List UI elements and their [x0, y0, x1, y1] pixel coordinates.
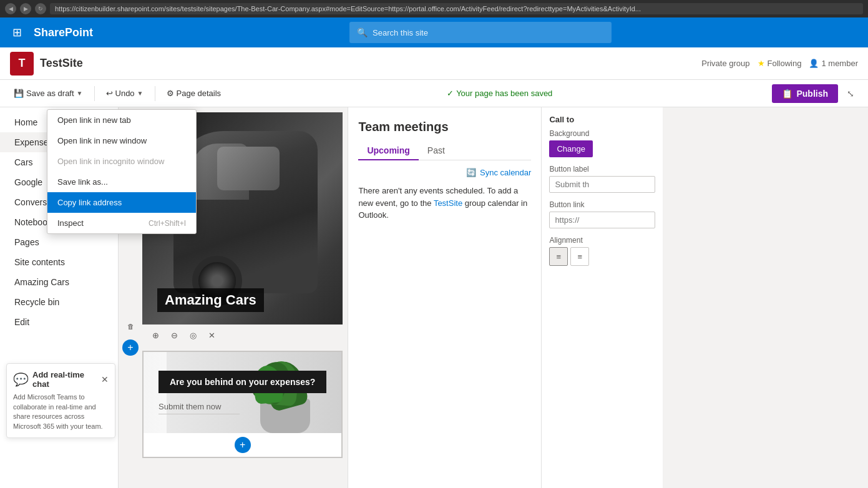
- cta-panel-title: Call to: [549, 115, 655, 124]
- add-row-btn[interactable]: +: [144, 433, 341, 457]
- page-details-button[interactable]: ⚙ Page details: [160, 85, 228, 102]
- nav-pages[interactable]: Pages: [0, 232, 118, 252]
- teams-icon: 💬: [13, 372, 29, 387]
- save-chevron[interactable]: ▼: [77, 90, 83, 97]
- sync-calendar-btn[interactable]: 🔄 Sync calendar: [358, 168, 531, 177]
- no-events-message: There aren't any events scheduled. To ad…: [358, 185, 531, 222]
- context-open-incognito: Open link in incognito window: [47, 151, 196, 172]
- site-meta: Private group ★ Following 👤 1 member: [701, 59, 858, 68]
- team-meetings-panel: Team meetings Upcoming Past 🔄 Sync calen…: [348, 107, 541, 488]
- testsite-link[interactable]: TestSite: [434, 198, 462, 208]
- undo-icon: ↩: [106, 89, 113, 98]
- check-icon: ✓: [447, 89, 454, 98]
- publish-button[interactable]: 📋 Publish: [772, 84, 838, 103]
- save-icon: 💾: [14, 89, 24, 98]
- cta-submit-link[interactable]: Submit them now: [158, 399, 240, 414]
- search-box[interactable]: 🔍 Search this site: [349, 22, 612, 43]
- background-label: Background: [549, 129, 655, 138]
- button-label-input[interactable]: [549, 176, 655, 193]
- main-layout: Home Expense Reports Cars Google Convers…: [0, 107, 868, 488]
- add-circle-icon: +: [235, 437, 251, 453]
- team-meetings-tabs: Upcoming Past: [358, 142, 531, 160]
- align-left-btn[interactable]: ≡: [549, 247, 568, 266]
- button-link-input[interactable]: [549, 212, 655, 228]
- tab-past[interactable]: Past: [419, 142, 454, 160]
- nav-edit[interactable]: Edit: [0, 312, 118, 332]
- chat-bubble-header: 💬 Add real-time chat ✕: [13, 370, 109, 389]
- button-link-title: Button link: [549, 200, 655, 209]
- cta-content: Are you behind on your expenses? Submit …: [158, 371, 326, 414]
- content-wrapper: + 💬 ✥ ⧉ ⊕ 🗑 + Amazing C: [119, 107, 663, 488]
- context-save-link[interactable]: Save link as...: [47, 172, 196, 192]
- tab-upcoming[interactable]: Upcoming: [358, 142, 418, 160]
- browser-bar: ◀ ▶ ↻ https://citizenbuilder.sharepoint.…: [0, 0, 868, 17]
- delete-tool-btn[interactable]: 🗑: [122, 318, 139, 334]
- nav-recycle-bin[interactable]: Recycle bin: [0, 292, 118, 312]
- back-btn[interactable]: ◀: [5, 3, 16, 14]
- hero-title: Amazing Cars: [165, 292, 256, 308]
- fit-btn[interactable]: ◎: [185, 327, 201, 343]
- context-copy-link[interactable]: Copy link address: [47, 192, 196, 213]
- toolbar-separator: [94, 86, 95, 101]
- chat-message: Add Microsoft Teams to collaborate in re…: [13, 393, 109, 431]
- undo-button[interactable]: ↩ Undo ▼: [100, 85, 150, 102]
- add-section-bottom-btn[interactable]: +: [122, 339, 139, 356]
- refresh-btn[interactable]: ↻: [35, 3, 46, 14]
- saved-message: ✓ Your page has been saved: [230, 89, 769, 98]
- site-avatar: T: [10, 52, 34, 76]
- cta-config-panel: Call to Background Change Button label B…: [541, 107, 663, 488]
- nav-amazing-cars[interactable]: Amazing Cars: [0, 272, 118, 292]
- cta-webpart: Are you behind on your expenses? Submit …: [142, 351, 343, 458]
- sync-icon: 🔄: [466, 168, 476, 177]
- details-icon: ⚙: [167, 89, 174, 98]
- following-btn[interactable]: ★ Following: [758, 59, 802, 68]
- context-menu: Open link in new tab Open link in new wi…: [47, 109, 197, 234]
- search-placeholder: Search this site: [373, 28, 428, 37]
- alignment-title: Alignment: [549, 236, 655, 245]
- save-draft-button[interactable]: 💾 Save as draft ▼: [7, 85, 89, 102]
- following-label: Following: [768, 59, 802, 68]
- star-icon: ★: [758, 59, 765, 68]
- align-right-btn[interactable]: ≡: [570, 247, 589, 266]
- members-icon: 👤: [809, 59, 819, 68]
- context-open-new-window[interactable]: Open link in new window: [47, 130, 196, 151]
- change-background-btn[interactable]: Change: [549, 140, 593, 157]
- zoom-out-btn[interactable]: ⊖: [166, 327, 182, 343]
- toolbar-separator-2: [155, 86, 155, 101]
- site-header: T TestSite Private group ★ Following 👤 1…: [0, 47, 868, 80]
- waffle-icon[interactable]: ⊞: [7, 23, 26, 42]
- members-info: 👤 1 member: [809, 59, 858, 68]
- chat-close-btn[interactable]: ✕: [101, 374, 109, 384]
- private-group-label: Private group: [701, 59, 749, 68]
- undo-chevron[interactable]: ▼: [137, 90, 144, 97]
- zoom-in-btn[interactable]: ⊕: [147, 327, 163, 343]
- cta-question: Are you behind on your expenses?: [158, 371, 326, 393]
- context-open-new-tab[interactable]: Open link in new tab: [47, 110, 196, 130]
- alignment-options: ≡ ≡: [549, 247, 655, 266]
- search-icon: 🔍: [357, 27, 368, 37]
- sp-topnav: ⊞ SharePoint 🔍 Search this site: [0, 17, 868, 47]
- cta-inner: Are you behind on your expenses? Submit …: [144, 352, 341, 433]
- chat-bubble: 💬 Add real-time chat ✕ Add Microsoft Tea…: [6, 363, 115, 438]
- members-label: 1 member: [821, 59, 858, 68]
- nav-site-contents[interactable]: Site contents: [0, 252, 118, 272]
- webpart-toolbar: ⊕ ⊖ ◎ ✕: [142, 325, 343, 346]
- team-meetings-title: Team meetings: [358, 120, 531, 134]
- app-brand: SharePoint: [34, 26, 93, 39]
- site-title: TestSite: [40, 57, 701, 70]
- page-toolbar: 💾 Save as draft ▼ ↩ Undo ▼ ⚙ Page detail…: [0, 80, 868, 107]
- url-bar[interactable]: https://citizenbuilder.sharepoint.com/si…: [50, 3, 863, 14]
- publish-icon: 📋: [782, 89, 792, 99]
- close-toolbar-btn[interactable]: ✕: [203, 327, 220, 343]
- car-windshield: [217, 147, 280, 190]
- forward-btn[interactable]: ▶: [20, 3, 31, 14]
- context-inspect[interactable]: Inspect Ctrl+Shift+I: [47, 213, 196, 233]
- hero-title-box: Amazing Cars: [157, 288, 264, 312]
- button-label-title: Button label: [549, 165, 655, 173]
- chat-title: Add real-time chat: [32, 370, 97, 389]
- expand-button[interactable]: ⤡: [841, 84, 861, 104]
